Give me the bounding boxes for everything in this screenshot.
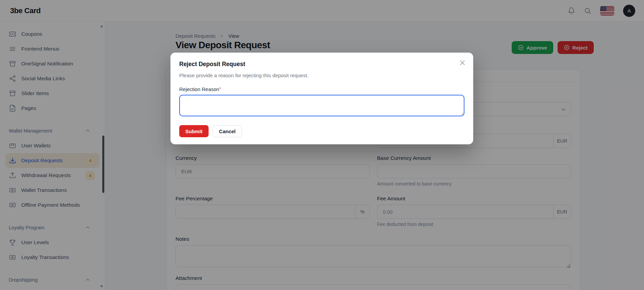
cancel-button[interactable]: Cancel bbox=[213, 125, 242, 137]
close-icon[interactable] bbox=[458, 59, 466, 67]
modal-description: Please provide a reason for rejecting th… bbox=[179, 72, 464, 78]
reject-deposit-modal: Reject Deposit Request Please provide a … bbox=[170, 53, 473, 144]
required-asterisk: * bbox=[219, 86, 221, 91]
rejection-reason-textarea[interactable] bbox=[179, 95, 464, 116]
modal-title: Reject Deposit Request bbox=[179, 61, 464, 68]
rejection-reason-text: Rejection Reason bbox=[179, 86, 219, 92]
submit-button[interactable]: Submit bbox=[179, 125, 209, 137]
app-root: 3be Card A ▲ Coupons Frontend Menus bbox=[0, 0, 644, 290]
rejection-reason-label: Rejection Reason* bbox=[179, 86, 464, 92]
modal-overlay bbox=[0, 0, 644, 290]
